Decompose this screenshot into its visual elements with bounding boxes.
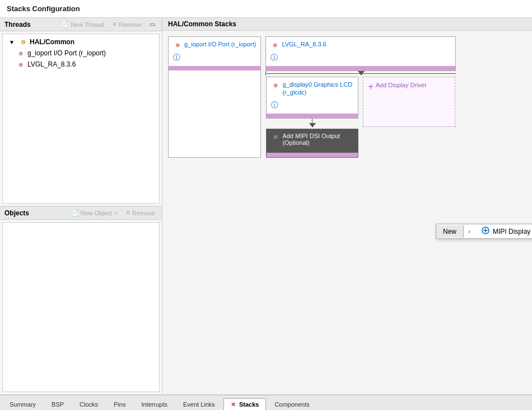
- lvgl-info-icon[interactable]: ⓘ: [270, 53, 278, 62]
- tab-interrupts[interactable]: Interrupts: [134, 398, 175, 410]
- glcdc-card-icon: ⊕: [271, 81, 280, 89]
- tree-item-lvgl[interactable]: ⊕ LVGL_RA_8.3.6: [5, 59, 157, 70]
- mipi-card-icon: ⊕: [271, 133, 280, 142]
- mipi-card-footer: [267, 153, 358, 157]
- tab-components[interactable]: Components: [267, 398, 316, 410]
- lvgl-connector: [265, 71, 456, 77]
- lvgl-column: ⊕ LVGL_RA_8.3.6 ⓘ: [265, 36, 456, 158]
- down-arrow: [358, 71, 365, 76]
- collapse-icon: ▭: [150, 21, 155, 28]
- tree-item-ioport[interactable]: ⊕ g_ioport I/O Port (r_ioport): [5, 48, 157, 59]
- lvgl-icon: ⊕: [16, 60, 25, 69]
- objects-tree: [2, 222, 160, 392]
- card-glcdc[interactable]: ⊕ g_display0 Graphics LCD (r_glcdc) ⓘ: [266, 77, 358, 119]
- card-ioport[interactable]: ⊕ g_ioport I/O Port (r_ioport) ⓘ: [168, 36, 261, 158]
- left-panel: Threads 📄 New Thread ✕ Remove ▭ ▼ ⚙ HAL/…: [0, 18, 162, 394]
- connector-bar: [266, 71, 456, 77]
- ioport-card-icon: ⊕: [173, 40, 182, 49]
- tab-summary[interactable]: Summary: [2, 398, 43, 410]
- tab-pins[interactable]: Pins: [106, 398, 133, 410]
- new-thread-icon: 📄: [61, 21, 69, 28]
- new-obj-icon: 📄: [71, 209, 79, 216]
- card-add-driver[interactable]: + Add Display Driver: [363, 77, 455, 127]
- lvgl-card-icon: ⊕: [270, 40, 279, 49]
- lvgl-card-footer: [266, 66, 455, 70]
- card-mipi[interactable]: ⊕ Add MIPI DSI Output (Optional): [266, 129, 358, 158]
- context-plus-icon: [482, 227, 489, 236]
- objects-header: Objects 📄 New Object > ✕ Remove: [0, 206, 162, 220]
- card-lvgl[interactable]: ⊕ LVGL_RA_8.3.6 ⓘ: [265, 36, 456, 71]
- ioport-card-footer: [169, 66, 260, 70]
- tab-event-links[interactable]: Event Links: [176, 398, 222, 410]
- glcdc-card-footer: [267, 114, 358, 118]
- tree-root-hal[interactable]: ▼ ⚙ HAL/Common: [5, 36, 157, 48]
- tab-bsp[interactable]: BSP: [44, 398, 71, 410]
- stack-row-2: ⊕ g_display0 Graphics LCD (r_glcdc) ⓘ: [266, 77, 455, 158]
- glcdc-column: ⊕ g_display0 Graphics LCD (r_glcdc) ⓘ: [266, 77, 358, 158]
- new-thread-button[interactable]: 📄 New Thread: [59, 20, 106, 29]
- remove-obj-icon: ✕: [125, 209, 130, 216]
- threads-header: Threads 📄 New Thread ✕ Remove ▭: [0, 18, 162, 31]
- stack-row-1: ⊕ g_ioport I/O Port (r_ioport) ⓘ ⊕ LVGL_…: [168, 36, 526, 158]
- remove-thread-button[interactable]: ✕ Remove: [110, 20, 144, 29]
- remove-object-button[interactable]: ✕ Remove: [123, 209, 157, 217]
- threads-title: Threads: [4, 21, 55, 29]
- context-menu-arrow: ›: [464, 225, 475, 238]
- stacks-canvas[interactable]: ⊕ g_ioport I/O Port (r_ioport) ⓘ ⊕ LVGL_…: [162, 31, 532, 394]
- hal-icon: ⚙: [18, 37, 27, 46]
- stacks-error-icon: ✕: [231, 401, 236, 408]
- new-object-button[interactable]: 📄 New Object >: [69, 209, 120, 217]
- app-title: Stacks Configuration: [7, 4, 80, 13]
- context-menu: New › MIPI Display (r_mipi_dsi): [436, 224, 532, 239]
- add-driver-plus-icon: +: [368, 82, 373, 92]
- expand-icon: ▼: [7, 37, 16, 46]
- down-arrow-2: [309, 123, 316, 128]
- right-panel: HAL/Common Stacks ⊕ g_ioport I/O Port (r…: [162, 18, 532, 394]
- glcdc-info-icon[interactable]: ⓘ: [271, 101, 278, 109]
- bottom-tabs: Summary BSP Clocks Pins Interrupts Event…: [0, 394, 532, 410]
- tab-stacks[interactable]: ✕ Stacks: [223, 398, 267, 410]
- title-bar: Stacks Configuration: [0, 0, 532, 18]
- main-content: Threads 📄 New Thread ✕ Remove ▭ ▼ ⚙ HAL/…: [0, 18, 532, 394]
- collapse-button[interactable]: ▭: [147, 20, 157, 29]
- ioport-info-icon[interactable]: ⓘ: [173, 53, 180, 62]
- context-menu-new-button[interactable]: New: [436, 225, 464, 238]
- threads-tree: ▼ ⚙ HAL/Common ⊕ g_ioport I/O Port (r_io…: [2, 34, 160, 204]
- objects-title: Objects: [4, 209, 66, 217]
- ioport-icon: ⊕: [16, 49, 25, 58]
- v-line-mid: [312, 119, 312, 123]
- context-menu-mipi-item[interactable]: MIPI Display (r_mipi_dsi): [475, 224, 532, 238]
- remove-icon: ✕: [112, 21, 117, 28]
- tab-clocks[interactable]: Clocks: [72, 398, 105, 410]
- hal-common-header: HAL/Common Stacks: [162, 18, 532, 31]
